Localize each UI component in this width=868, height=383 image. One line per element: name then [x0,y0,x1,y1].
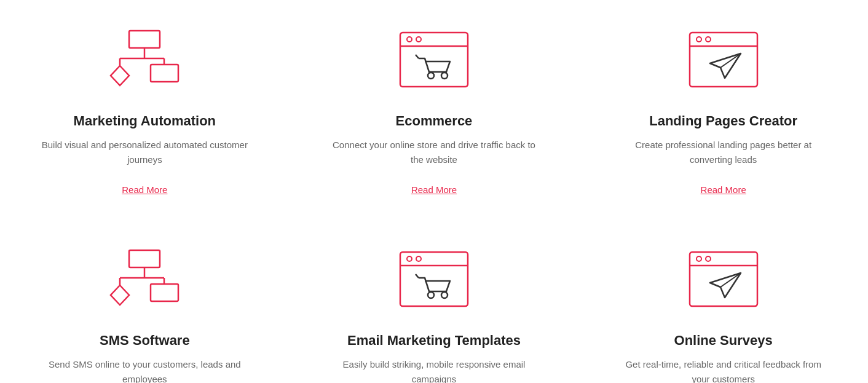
landing-icon-1 [684,25,763,98]
svg-rect-8 [400,33,468,87]
card-desc: Get real-time, reliable and critical fee… [615,357,831,383]
card-title: SMS Software [100,333,190,349]
automation-icon-1 [105,25,184,98]
svg-point-34 [428,292,434,298]
svg-marker-22 [111,285,129,305]
card-desc: Send SMS online to your customers, leads… [37,357,253,383]
card-title: Landing Pages Creator [649,113,797,129]
read-more-link[interactable]: Read More [701,184,746,195]
svg-rect-29 [400,252,468,306]
svg-rect-0 [129,31,160,48]
svg-point-11 [416,37,421,42]
svg-line-20 [720,53,741,68]
automation-icon-2 [105,244,184,318]
svg-point-14 [441,73,448,79]
svg-point-13 [428,73,434,79]
svg-line-41 [720,273,741,287]
svg-point-31 [407,256,412,261]
svg-line-33 [416,274,419,278]
card-title: Email Marketing Templates [347,333,521,349]
card-desc: Create professional landing pages better… [615,138,831,167]
svg-point-38 [696,256,701,261]
card-title: Online Surveys [674,333,773,349]
ecommerce-icon-2 [394,244,474,318]
svg-point-35 [441,292,448,298]
card-title: Ecommerce [396,113,473,129]
card-online-surveys: Online Surveys Get real-time, reliable a… [578,219,868,383]
svg-rect-5 [151,65,178,82]
card-title: Marketing Automation [74,113,216,129]
card-ecommerce: Ecommerce Connect your online store and … [290,0,579,219]
card-sms-software: SMS Software Send SMS online to your cus… [0,219,290,383]
svg-marker-1 [111,66,129,85]
landing-icon-2 [684,244,763,318]
svg-point-10 [407,37,412,42]
card-desc: Connect your online store and drive traf… [326,138,542,167]
ecommerce-icon-1 [394,25,474,98]
card-desc: Easily build striking, mobile responsive… [326,357,542,383]
svg-point-39 [706,256,711,261]
svg-point-18 [706,37,711,42]
card-desc: Build visual and personalized automated … [37,138,253,167]
svg-rect-21 [129,250,160,267]
feature-grid: Marketing Automation Build visual and pe… [0,0,868,383]
card-marketing-automation: Marketing Automation Build visual and pe… [0,0,290,219]
svg-line-12 [416,55,419,58]
svg-rect-26 [151,284,178,301]
svg-point-32 [416,256,421,261]
read-more-link[interactable]: Read More [122,184,167,195]
card-email-marketing: Email Marketing Templates Easily build s… [290,219,579,383]
card-landing-pages: Landing Pages Creator Create professiona… [578,0,868,219]
svg-point-17 [696,37,701,42]
read-more-link[interactable]: Read More [411,184,457,195]
